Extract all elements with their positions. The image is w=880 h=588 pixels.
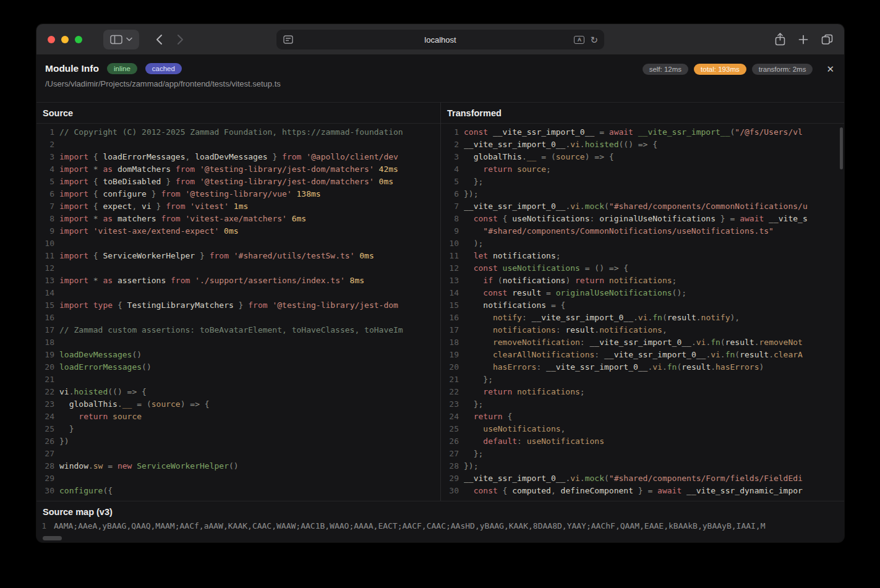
code-line: 18 (36, 336, 440, 349)
sourcemap-line: 1 AAMA;AAeA,yBAAG,QAAQ,MAAM;AACf,aAAW,KA… (36, 521, 844, 532)
source-code[interactable]: 1// Copyright (C) 2012-2025 Zammad Found… (36, 124, 440, 497)
code-line: 25 useNotifications, (441, 423, 844, 435)
code-line: 22 return notifications; (441, 386, 844, 398)
code-line: 26}) (36, 435, 440, 448)
tab-overview-button[interactable] (821, 34, 833, 45)
code-line: 10 ); (441, 237, 844, 250)
code-line: 28}); (441, 460, 844, 472)
code-line: 19 clearAllNotifications: __vite_ssr_imp… (441, 349, 844, 361)
code-line: 18 removeNotification: __vite_ssr_import… (441, 336, 844, 349)
code-line: 1// Copyright (C) 2012-2025 Zammad Found… (36, 126, 440, 138)
code-line: 13 if (notifications) return notificatio… (441, 275, 844, 287)
close-button[interactable]: ✕ (826, 64, 834, 75)
zoom-window-button[interactable] (75, 36, 82, 43)
code-line: 16 (36, 312, 440, 324)
code-line: 25 } (36, 423, 440, 435)
code-line: 9 "#shared/components/CommonNotification… (441, 225, 844, 237)
timing-badges: self: 12ms total: 193ms transform: 2ms ✕ (643, 64, 834, 75)
transformed-panel: Transformed 1const __vite_ssr_import_0__… (440, 103, 844, 501)
forward-button[interactable] (171, 30, 189, 49)
code-line: 27 (36, 448, 440, 460)
page-format-icon[interactable] (283, 35, 293, 44)
code-line: 30 const { computed, defineComponent } =… (441, 485, 844, 497)
share-button[interactable] (775, 33, 785, 46)
reload-icon[interactable]: ↻ (590, 35, 598, 45)
code-line: 23 globalThis.__ = (source) => { (36, 398, 440, 411)
code-line: 30configure({ (36, 485, 440, 497)
browser-titlebar: localhost A ↻ (36, 24, 844, 55)
code-line: 21 (36, 373, 440, 386)
code-line: 11 let notifications; (441, 250, 844, 262)
code-line: 13import * as assertions from './support… (36, 275, 440, 287)
code-line: 26 default: useNotifications (441, 435, 844, 448)
transformed-code[interactable]: 1const __vite_ssr_import_0__ = await __v… (441, 124, 844, 497)
sourcemap-mapping: AAMA;AAeA,yBAAG,QAAQ,MAAM;AACf,aAAW,KAAK… (54, 521, 766, 532)
code-line: 9import 'vitest-axe/extend-expect' 0ms (36, 225, 440, 237)
new-tab-button[interactable] (798, 35, 808, 45)
transformed-panel-title: Transformed (441, 103, 844, 124)
total-time-badge: total: 193ms (694, 64, 746, 75)
code-line: 17 notifications: result.notifications, (441, 324, 844, 336)
code-line: 21 }; (441, 373, 844, 386)
code-line: 14 const result = originalUseNotificatio… (441, 287, 844, 299)
code-line: 2 (36, 138, 440, 151)
code-line: 27 }; (441, 448, 844, 460)
sidebar-icon (110, 35, 122, 45)
code-line: 8import * as matchers from 'vitest-axe/m… (36, 213, 440, 225)
code-line: 2__vite_ssr_import_0__.vi.hoisted(() => … (441, 138, 844, 151)
code-line: 15import type { TestingLibraryMatchers }… (36, 299, 440, 312)
code-panels: Source 1// Copyright (C) 2012-2025 Zamma… (36, 103, 844, 501)
code-line: 5import { toBeDisabled } from '@testing-… (36, 176, 440, 188)
code-line: 6import { configure } from '@testing-lib… (36, 188, 440, 200)
code-line: 29 (36, 472, 440, 485)
close-window-button[interactable] (48, 36, 55, 43)
tabs-icon (821, 34, 833, 45)
window-controls (48, 36, 82, 43)
code-line: 29__vite_ssr_import_0__.vi.mock("#shared… (441, 472, 844, 485)
translate-icon[interactable]: A (574, 36, 584, 44)
code-line: 10 (36, 237, 440, 250)
code-line: 4import * as domMatchers from '@testing-… (36, 163, 440, 176)
minimize-window-button[interactable] (61, 36, 69, 43)
back-button[interactable] (150, 30, 168, 49)
chevron-right-icon (177, 34, 184, 45)
share-icon (775, 33, 785, 46)
sourcemap-section: Source map (v3) 1 AAMA;AAeA,yBAAG,QAAQ,M… (36, 501, 844, 542)
browser-window: localhost A ↻ (36, 24, 844, 542)
sourcemap-title: Source map (v3) (36, 501, 844, 521)
code-line: 12 (36, 262, 440, 275)
code-line: 8 const { useNotifications: originalUseN… (441, 213, 844, 225)
vertical-scrollbar[interactable] (840, 127, 843, 169)
code-line: 20loadErrorMessages() (36, 361, 440, 373)
horizontal-scrollbar[interactable] (43, 536, 62, 540)
code-line: 5 }; (441, 176, 844, 188)
module-info-header: Module Info inline cached /Users/vladimi… (36, 55, 844, 103)
chevron-down-icon (126, 37, 132, 41)
code-line: 24 return source (36, 411, 440, 423)
code-line: 3import { loadErrorMessages, loadDevMess… (36, 151, 440, 163)
sourcemap-line-number: 1 (36, 521, 46, 532)
inspector-page: Module Info inline cached /Users/vladimi… (36, 55, 844, 542)
sidebar-toggle-button[interactable] (103, 30, 139, 49)
plus-icon (798, 35, 808, 45)
source-panel-title: Source (36, 103, 440, 124)
code-line: 15 notifications = { (441, 299, 844, 312)
code-line: 28window.sw = new ServiceWorkerHelper() (36, 460, 440, 472)
source-panel: Source 1// Copyright (C) 2012-2025 Zamma… (36, 103, 440, 501)
address-bar[interactable]: localhost A ↻ (276, 30, 604, 49)
cached-badge: cached (145, 63, 182, 74)
code-line: 7import { expect, vi } from 'vitest' 1ms (36, 200, 440, 213)
code-line: 17// Zammad custom assertions: toBeAvata… (36, 324, 440, 336)
code-line: 7__vite_ssr_import_0__.vi.mock("#shared/… (441, 200, 844, 213)
code-line: 14 (36, 287, 440, 299)
module-path: /Users/vladimir/Projects/zammad/app/fron… (45, 79, 833, 88)
code-line: 20 hasErrors: __vite_ssr_import_0__.vi.f… (441, 361, 844, 373)
url-text: localhost (424, 35, 456, 45)
code-line: 4 return source; (441, 163, 844, 176)
toolbar-right (775, 33, 835, 46)
chevron-left-icon (156, 34, 163, 45)
address-bar-actions: A ↻ (574, 30, 598, 49)
code-line: 6}); (441, 188, 844, 200)
code-line: 11import { ServiceWorkerHelper } from '#… (36, 250, 440, 262)
code-line: 12 const useNotifications = () => { (441, 262, 844, 275)
